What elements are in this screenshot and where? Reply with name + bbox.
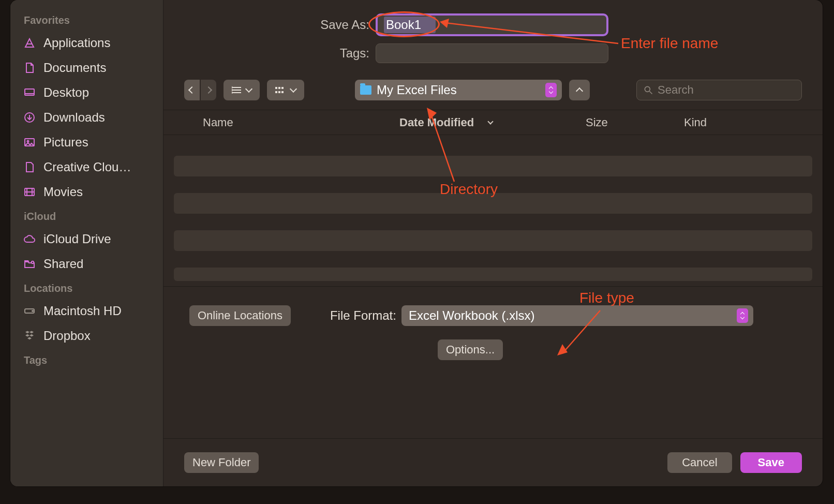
sidebar-item-shared[interactable]: Shared <box>17 251 159 276</box>
new-folder-button[interactable]: New Folder <box>184 452 259 473</box>
sidebar-section-tags: Tags <box>17 348 159 370</box>
toolbar: My Excel Files Search <box>163 72 823 110</box>
options-button[interactable]: Options... <box>438 339 503 360</box>
chevron-left-icon <box>188 86 196 94</box>
list-item[interactable] <box>174 193 812 214</box>
pictures-icon <box>23 136 36 149</box>
sidebar-item-label: Dropbox <box>43 329 91 343</box>
sidebar-section-favorites: Favorites <box>17 8 159 31</box>
column-date-modified[interactable]: Date Modified <box>399 116 586 129</box>
column-size[interactable]: Size <box>586 116 684 129</box>
sidebar-item-downloads[interactable]: Downloads <box>17 105 159 130</box>
file-format-value: Excel Workbook (.xlsx) <box>407 308 737 323</box>
sidebar-item-dropbox[interactable]: Dropbox <box>17 323 159 348</box>
sidebar-item-icloud-drive[interactable]: iCloud Drive <box>17 227 159 251</box>
folder-icon <box>360 85 371 95</box>
tags-label: Tags: <box>184 46 376 61</box>
svg-rect-24 <box>281 91 284 93</box>
hdd-icon <box>23 304 36 318</box>
save-as-input[interactable] <box>384 17 436 33</box>
tags-input[interactable] <box>376 43 608 63</box>
collapse-button[interactable] <box>569 80 590 100</box>
cloud-icon <box>23 232 36 246</box>
chevron-right-icon <box>205 86 212 94</box>
svg-rect-19 <box>275 87 277 89</box>
list-item[interactable] <box>174 268 812 281</box>
list-item[interactable] <box>174 156 812 176</box>
sidebar-item-label: Movies <box>43 185 83 199</box>
dropbox-icon <box>23 329 36 343</box>
sidebar-item-label: Pictures <box>43 135 88 150</box>
svg-point-10 <box>32 261 34 263</box>
nav-back-forward <box>184 80 216 100</box>
updown-stepper-icon <box>545 83 557 97</box>
online-locations-button[interactable]: Online Locations <box>189 305 291 326</box>
downloads-icon <box>23 111 36 124</box>
back-button[interactable] <box>184 80 200 100</box>
sidebar: Favorites Applications Documents Desktop… <box>10 0 163 486</box>
chevron-up-icon <box>576 87 583 95</box>
sidebar-item-label: Downloads <box>43 110 105 125</box>
column-name[interactable]: Name <box>203 116 399 129</box>
save-as-label: Save As: <box>184 18 376 32</box>
sidebar-item-label: Macintosh HD <box>43 304 122 318</box>
search-placeholder: Search <box>658 83 694 97</box>
group-view-button[interactable] <box>267 80 304 100</box>
svg-rect-22 <box>275 91 277 93</box>
svg-line-26 <box>650 92 652 94</box>
sidebar-section-icloud: iCloud <box>17 204 159 227</box>
svg-point-5 <box>27 141 29 142</box>
shared-folder-icon <box>23 257 36 271</box>
action-bar: New Folder Cancel Save <box>163 438 823 486</box>
list-view-button[interactable] <box>224 80 260 100</box>
list-item[interactable] <box>174 230 812 251</box>
document-icon <box>23 61 36 75</box>
file-format-dropdown[interactable]: Excel Workbook (.xlsx) <box>401 305 753 326</box>
directory-label: My Excel Files <box>377 83 540 97</box>
sidebar-item-documents[interactable]: Documents <box>17 55 159 80</box>
applications-icon <box>23 36 36 50</box>
desktop-icon <box>23 86 36 99</box>
save-as-field-wrap <box>376 13 608 36</box>
svg-point-18 <box>232 92 232 93</box>
file-icon <box>23 160 36 174</box>
sidebar-item-creative-cloud[interactable]: Creative Clou… <box>17 155 159 180</box>
forward-button[interactable] <box>201 80 216 100</box>
sidebar-item-label: Creative Clou… <box>43 160 131 174</box>
sidebar-item-label: Desktop <box>43 85 89 100</box>
sidebar-item-pictures[interactable]: Pictures <box>17 130 159 155</box>
svg-rect-23 <box>278 91 280 93</box>
sort-desc-icon <box>488 118 494 124</box>
updown-stepper-icon <box>737 308 748 323</box>
list-icon <box>232 86 242 94</box>
sidebar-item-label: Documents <box>43 61 106 75</box>
svg-point-12 <box>32 310 33 312</box>
cancel-button[interactable]: Cancel <box>667 452 732 473</box>
save-dialog: Favorites Applications Documents Desktop… <box>10 0 823 486</box>
svg-point-17 <box>232 90 232 91</box>
sidebar-item-label: Applications <box>43 36 110 50</box>
svg-rect-1 <box>25 89 34 95</box>
movies-icon <box>23 185 36 199</box>
directory-dropdown[interactable]: My Excel Files <box>355 80 562 100</box>
chevron-down-icon <box>245 85 252 93</box>
sidebar-item-label: iCloud Drive <box>43 232 111 246</box>
file-format-label: File Format: <box>330 308 396 323</box>
svg-rect-20 <box>278 87 280 89</box>
main-panel: Save As: Tags: <box>163 0 823 486</box>
save-button[interactable]: Save <box>740 452 802 473</box>
sidebar-item-applications[interactable]: Applications <box>17 31 159 55</box>
svg-point-25 <box>645 86 650 92</box>
sidebar-item-macintosh-hd[interactable]: Macintosh HD <box>17 299 159 323</box>
sidebar-item-desktop[interactable]: Desktop <box>17 80 159 105</box>
bottom-panel: Online Locations File Format: Excel Work… <box>163 286 823 370</box>
svg-rect-21 <box>281 87 284 89</box>
file-list <box>163 135 823 286</box>
column-kind[interactable]: Kind <box>684 116 802 129</box>
sidebar-section-locations: Locations <box>17 276 159 299</box>
sidebar-item-movies[interactable]: Movies <box>17 180 159 204</box>
form-area: Save As: Tags: <box>163 0 823 72</box>
search-input[interactable]: Search <box>636 80 802 100</box>
search-icon <box>643 85 653 95</box>
column-headers: Name Date Modified Size Kind <box>163 110 823 135</box>
